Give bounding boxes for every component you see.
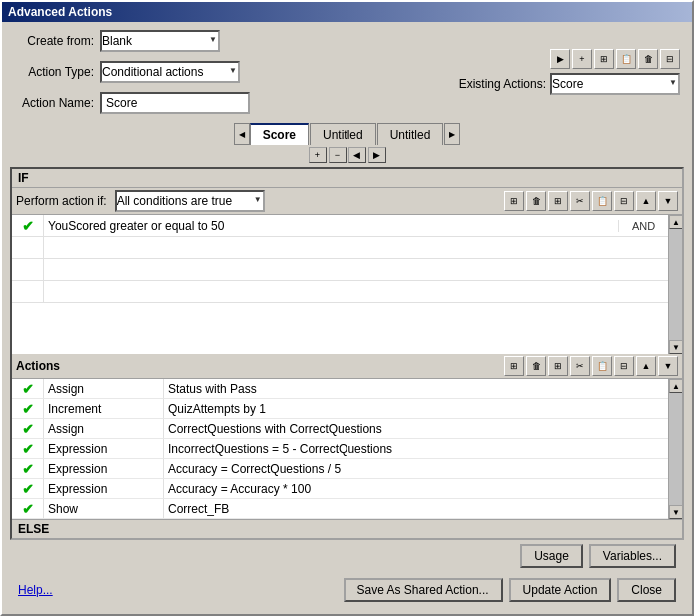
add-icon-btn[interactable]: + bbox=[572, 49, 592, 69]
action-row-2: ✔ Assign CorrectQuestions with CorrectQu… bbox=[12, 419, 668, 439]
paste-icon-btn[interactable]: 📋 bbox=[616, 49, 636, 69]
act-indent-btn[interactable]: ⊟ bbox=[614, 356, 634, 376]
existing-actions-select[interactable]: Score bbox=[550, 73, 680, 95]
act-copy-btn[interactable]: ⊞ bbox=[548, 356, 568, 376]
if-scroll-down[interactable]: ▼ bbox=[669, 340, 682, 354]
act-add-btn[interactable]: ⊞ bbox=[504, 356, 524, 376]
action-detail-3[interactable]: IncorrectQuestions = 5 - CorrectQuestion… bbox=[164, 442, 668, 456]
actions-body: ✔ Assign Status with Pass ✔ Increment Qu… bbox=[12, 379, 668, 519]
perform-select[interactable]: All conditions are true bbox=[115, 190, 265, 212]
if-copy-btn[interactable]: ⊞ bbox=[548, 191, 568, 211]
tab-next-btn[interactable]: ▶ bbox=[444, 123, 460, 145]
if-toolbar: ⊞ 🗑 ⊞ ✂ 📋 ⊟ ▲ ▼ bbox=[504, 191, 678, 211]
act-cut-btn[interactable]: ✂ bbox=[570, 356, 590, 376]
if-check-1 bbox=[12, 237, 44, 258]
usage-button[interactable]: Usage bbox=[520, 544, 583, 568]
if-indent-btn[interactable]: ⊟ bbox=[614, 191, 634, 211]
act-scroll-down[interactable]: ▼ bbox=[669, 505, 682, 519]
if-condition-row-3 bbox=[12, 281, 668, 303]
action-type-6[interactable]: Show bbox=[44, 499, 164, 518]
save-as-shared-button[interactable]: Save As Shared Action... bbox=[344, 578, 503, 602]
actions-scrollbar[interactable]: ▲ ▼ bbox=[668, 379, 682, 519]
if-condition-row-2 bbox=[12, 259, 668, 281]
play-icon-btn[interactable]: ▶ bbox=[550, 49, 570, 69]
copy-icon-btn[interactable]: ⊞ bbox=[594, 49, 614, 69]
act-up-btn[interactable]: ▲ bbox=[636, 356, 656, 376]
tabs-row: ◀ Score Untitled Untitled ▶ bbox=[10, 123, 684, 145]
advanced-actions-window: Advanced Actions Create from: Blank Acti… bbox=[0, 0, 694, 616]
action-row-0: ✔ Assign Status with Pass bbox=[12, 379, 668, 399]
act-scroll-up[interactable]: ▲ bbox=[669, 379, 682, 393]
tab-back-btn[interactable]: ◀ bbox=[348, 147, 366, 163]
action-type-0[interactable]: Assign bbox=[44, 379, 164, 398]
action-type-label: Action Type: bbox=[10, 65, 100, 79]
action-detail-5[interactable]: Accuracy = Accuracy * 100 bbox=[164, 482, 668, 496]
act-del-btn[interactable]: 🗑 bbox=[526, 356, 546, 376]
if-scroll-track[interactable] bbox=[669, 229, 682, 340]
action-type-3[interactable]: Expression bbox=[44, 439, 164, 458]
action-detail-1[interactable]: QuizAttempts by 1 bbox=[164, 402, 668, 416]
action-type-4[interactable]: Expression bbox=[44, 459, 164, 478]
window-title: Advanced Actions bbox=[8, 5, 112, 19]
actions-header-row: Actions ⊞ 🗑 ⊞ ✂ 📋 ⊟ ▲ ▼ bbox=[12, 354, 682, 379]
close-button[interactable]: Close bbox=[617, 578, 676, 602]
action-type-1[interactable]: Increment bbox=[44, 399, 164, 418]
if-check-3 bbox=[12, 281, 44, 302]
existing-actions-wrapper: Score bbox=[550, 73, 680, 95]
action-row-5: ✔ Expression Accuracy = Accuracy * 100 bbox=[12, 479, 668, 499]
if-section-header: IF bbox=[12, 169, 682, 188]
action-type-select-wrapper: Conditional actions bbox=[100, 61, 240, 83]
action-detail-0[interactable]: Status with Pass bbox=[164, 382, 668, 396]
if-scroll-up[interactable]: ▲ bbox=[669, 215, 682, 229]
create-from-select-wrapper: Blank bbox=[100, 30, 220, 52]
if-del-btn[interactable]: 🗑 bbox=[526, 191, 546, 211]
bottom-buttons: Save As Shared Action... Update Action C… bbox=[344, 578, 677, 602]
if-connector-0: AND bbox=[618, 220, 668, 232]
actions-header-label: Actions bbox=[16, 359, 60, 373]
if-scrollbar[interactable]: ▲ ▼ bbox=[668, 215, 682, 354]
action-row-1: ✔ Increment QuizAttempts by 1 bbox=[12, 399, 668, 419]
tab-add-row: + − ◀ ▶ bbox=[10, 147, 684, 163]
if-check-2 bbox=[12, 259, 44, 280]
if-cut-btn[interactable]: ✂ bbox=[570, 191, 590, 211]
tab-prev-btn[interactable]: ◀ bbox=[234, 123, 250, 145]
perform-label: Perform action if: bbox=[16, 194, 107, 208]
action-detail-4[interactable]: Accuracy = CorrectQuestions / 5 bbox=[164, 462, 668, 476]
if-content: ✔ YouScored greater or equal to 50 AND bbox=[12, 215, 682, 354]
remove-tab-btn[interactable]: − bbox=[329, 147, 347, 163]
update-action-button[interactable]: Update Action bbox=[509, 578, 612, 602]
action-type-5[interactable]: Expression bbox=[44, 479, 164, 498]
main-panel: IF Perform action if: All conditions are… bbox=[10, 167, 684, 540]
action-type-2[interactable]: Assign bbox=[44, 419, 164, 438]
action-detail-6[interactable]: Correct_FB bbox=[164, 502, 668, 516]
title-bar: Advanced Actions bbox=[2, 2, 692, 22]
tab-untitled-2[interactable]: Untitled bbox=[377, 123, 444, 145]
bottom-bar: Help... Save As Shared Action... Update … bbox=[10, 572, 684, 606]
usage-buttons-row: Usage Variables... bbox=[10, 540, 684, 572]
if-paste-btn[interactable]: 📋 bbox=[592, 191, 612, 211]
act-down-btn[interactable]: ▼ bbox=[658, 356, 678, 376]
delete-icon-btn[interactable]: 🗑 bbox=[638, 49, 658, 69]
action-name-input[interactable] bbox=[100, 92, 250, 114]
tab-fwd-btn[interactable]: ▶ bbox=[368, 147, 386, 163]
variables-button[interactable]: Variables... bbox=[589, 544, 676, 568]
action-type-select[interactable]: Conditional actions bbox=[100, 61, 240, 83]
tab-score[interactable]: Score bbox=[250, 123, 309, 145]
create-from-select[interactable]: Blank bbox=[100, 30, 220, 52]
help-link[interactable]: Help... bbox=[18, 583, 53, 597]
if-add-btn[interactable]: ⊞ bbox=[504, 191, 524, 211]
act-scroll-track[interactable] bbox=[669, 393, 682, 505]
if-down-btn[interactable]: ▼ bbox=[658, 191, 678, 211]
act-paste-btn[interactable]: 📋 bbox=[592, 356, 612, 376]
if-check-0: ✔ bbox=[12, 215, 44, 236]
if-condition-row-0: ✔ YouScored greater or equal to 50 AND bbox=[12, 215, 668, 237]
action-name-label: Action Name: bbox=[10, 96, 100, 110]
add-tab-btn[interactable]: + bbox=[309, 147, 327, 163]
condition-header-row: Perform action if: All conditions are tr… bbox=[12, 188, 682, 215]
if-expr-0[interactable]: YouScored greater or equal to 50 bbox=[44, 219, 618, 233]
if-up-btn[interactable]: ▲ bbox=[636, 191, 656, 211]
export-icon-btn[interactable]: ⊟ bbox=[660, 49, 680, 69]
tab-untitled-1[interactable]: Untitled bbox=[310, 123, 376, 145]
actions-content: ✔ Assign Status with Pass ✔ Increment Qu… bbox=[12, 379, 682, 519]
action-detail-2[interactable]: CorrectQuestions with CorrectQuestions bbox=[164, 422, 668, 436]
